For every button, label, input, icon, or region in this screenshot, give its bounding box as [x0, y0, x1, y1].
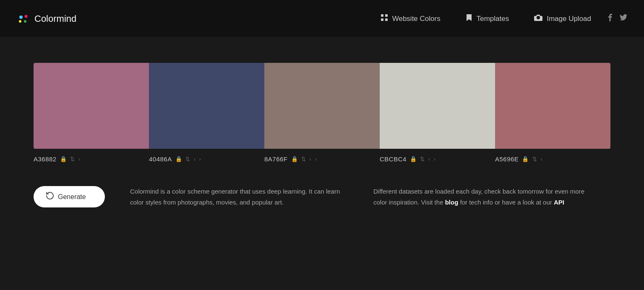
svg-rect-7: [385, 18, 388, 21]
swatch-2[interactable]: [264, 63, 380, 149]
refresh-icon: [46, 192, 54, 202]
main-nav: Website Colors Templates Image Upload: [381, 14, 591, 23]
svg-point-2: [19, 20, 21, 23]
hex-label-0: A36882: [34, 155, 57, 163]
adjust-icon-2[interactable]: ⇅: [301, 156, 306, 162]
hex-label-3: CBCBC4: [380, 155, 407, 163]
arrow-left-2[interactable]: ‹: [310, 156, 312, 162]
generate-button[interactable]: Generate: [34, 186, 105, 207]
lock-icon-4[interactable]: 🔒: [522, 156, 529, 162]
nav-templates[interactable]: Templates: [466, 14, 509, 23]
grid-icon: [381, 14, 388, 23]
api-link[interactable]: API: [554, 199, 564, 206]
svg-rect-5: [385, 14, 388, 17]
image-upload-label: Image Upload: [547, 15, 591, 23]
logo-icon: [17, 12, 30, 26]
bottom-section: Generate Colormind is a color scheme gen…: [34, 186, 610, 207]
hex-label-4: A5696E: [495, 155, 519, 163]
label-0: A36882 🔒 ⇅ ›: [34, 149, 149, 169]
svg-rect-6: [381, 18, 383, 21]
lock-icon-3[interactable]: 🔒: [410, 156, 417, 162]
adjust-icon-3[interactable]: ⇅: [420, 156, 425, 162]
facebook-icon[interactable]: [608, 14, 612, 23]
label-4: A5696E 🔒 ⇅ ‹: [495, 149, 610, 169]
description-right-middle: for tech info or have a look at our: [458, 199, 554, 206]
arrow-right-2[interactable]: ›: [315, 156, 317, 162]
description-right: Different datasets are loaded each day, …: [373, 186, 592, 207]
svg-rect-4: [381, 14, 383, 17]
svg-point-1: [25, 15, 28, 18]
generate-label: Generate: [58, 193, 86, 201]
templates-label: Templates: [477, 15, 509, 23]
swatch-1[interactable]: [149, 63, 264, 149]
description-left: Colormind is a color scheme generator th…: [130, 186, 348, 207]
nav-image-upload[interactable]: Image Upload: [534, 14, 591, 23]
svg-point-0: [19, 16, 23, 19]
labels-row: A36882 🔒 ⇅ › 40486A 🔒 ⇅ ‹ › 8A766F 🔒 ⇅ ‹…: [34, 149, 610, 169]
swatch-4[interactable]: [495, 63, 610, 149]
bookmark-icon: [466, 14, 472, 23]
hex-label-2: 8A766F: [264, 155, 288, 163]
twitter-icon[interactable]: [620, 14, 627, 23]
label-1: 40486A 🔒 ⇅ ‹ ›: [149, 149, 264, 169]
swatch-3[interactable]: [380, 63, 495, 149]
arrow-right-3[interactable]: ›: [434, 156, 436, 162]
logo-text: Colormind: [34, 13, 76, 24]
blog-link[interactable]: blog: [445, 199, 459, 206]
label-3: CBCBC4 🔒 ⇅ ‹ ›: [380, 149, 495, 169]
lock-icon-0[interactable]: 🔒: [60, 156, 67, 162]
website-colors-label: Website Colors: [392, 15, 441, 23]
color-palette: [34, 63, 610, 149]
nav-website-colors[interactable]: Website Colors: [381, 14, 441, 23]
adjust-icon-1[interactable]: ⇅: [185, 156, 190, 162]
lock-icon-1[interactable]: 🔒: [175, 156, 183, 162]
arrow-left-4[interactable]: ‹: [540, 156, 542, 162]
adjust-icon-4[interactable]: ⇅: [532, 156, 537, 162]
adjust-icon-0[interactable]: ⇅: [70, 156, 75, 162]
svg-point-3: [24, 20, 26, 23]
arrow-right-0[interactable]: ›: [78, 156, 81, 162]
lock-icon-2[interactable]: 🔒: [291, 156, 298, 162]
label-2: 8A766F 🔒 ⇅ ‹ ›: [264, 149, 380, 169]
arrow-left-3[interactable]: ‹: [428, 156, 430, 162]
arrow-left-1[interactable]: ‹: [194, 156, 196, 162]
arrow-right-1[interactable]: ›: [199, 156, 201, 162]
swatch-0[interactable]: [34, 63, 149, 149]
camera-icon: [534, 14, 542, 23]
hex-label-1: 40486A: [149, 155, 172, 163]
social-links: [608, 14, 627, 23]
logo[interactable]: Colormind: [17, 12, 76, 26]
